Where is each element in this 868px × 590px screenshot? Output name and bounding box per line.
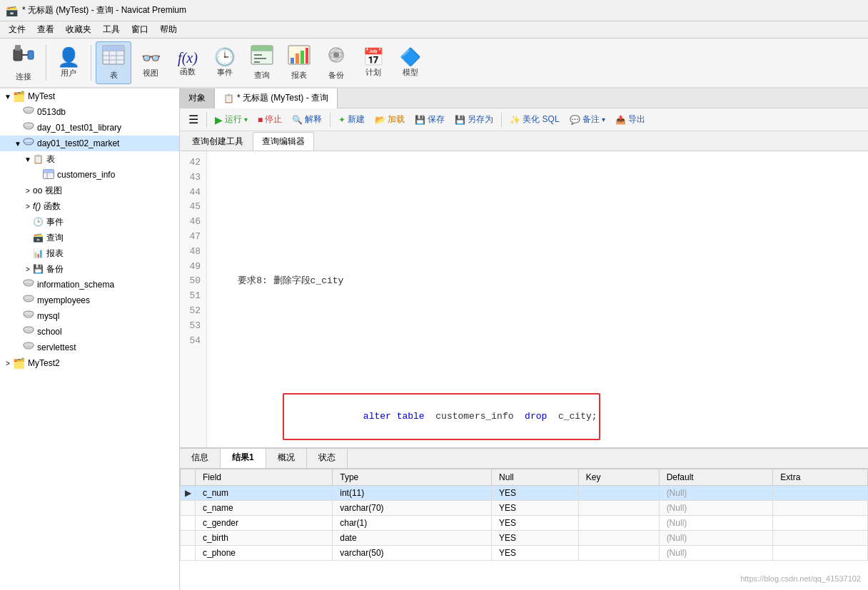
qt-export-btn[interactable]: 📤 导出 [611, 111, 650, 128]
menu-help[interactable]: 帮助 [154, 22, 183, 37]
cell-extra [773, 501, 868, 516]
code-editor[interactable]: 42 43 44 45 46 47 48 49 50 51 52 53 54 [180, 151, 868, 447]
sidebar-label: 函数 [44, 200, 61, 213]
menu-view[interactable]: 查看 [31, 22, 60, 37]
cell-type: char(1) [333, 516, 492, 531]
sub-tab-editor[interactable]: 查询编辑器 [253, 132, 314, 151]
sidebar-item-mysql[interactable]: mysql [0, 308, 179, 324]
cell-default: (Null) [659, 501, 773, 516]
table-row[interactable]: c_birth date YES (Null) [181, 531, 868, 546]
tab-query[interactable]: 📋 * 无标题 (MyTest) - 查询 [215, 88, 338, 108]
cell-key [578, 501, 659, 516]
qt-comment-btn[interactable]: 💬 备注 ▾ [565, 111, 610, 128]
tab-status[interactable]: 状态 [307, 449, 348, 468]
sidebar-item-backup-folder[interactable]: > 💾 备份 [0, 261, 179, 277]
row-arrow [181, 501, 196, 516]
sidebar-item-event-folder[interactable]: 🕒 事件 [0, 214, 179, 230]
toolbar-view-label: 视图 [143, 68, 158, 78]
menu-file[interactable]: 文件 [3, 22, 31, 37]
qt-load-btn[interactable]: 📂 加载 [370, 111, 409, 128]
menu-favorites[interactable]: 收藏夹 [60, 22, 97, 37]
tab-result1[interactable]: 结果1 [221, 449, 266, 468]
sidebar-item-customers-info[interactable]: customers_info [0, 167, 179, 183]
table-row[interactable]: c_phone varchar(50) YES (Null) [181, 546, 868, 561]
toolbar-view[interactable]: 👓 视图 [133, 45, 168, 81]
sidebar-label: servlettest [37, 342, 76, 352]
tab-info[interactable]: 信息 [180, 449, 221, 468]
model-icon: 🔷 [400, 49, 421, 66]
toolbar-event[interactable]: 🕒 事件 [207, 46, 243, 81]
sub-tab-create[interactable]: 查询创建工具 [183, 132, 253, 151]
row-arrow [181, 516, 196, 531]
right-panel: 对象 📋 * 无标题 (MyTest) - 查询 ☰ ▶ 运行 ▾ ■ 停止 [180, 88, 868, 590]
toolbar-user-label: 用户 [61, 68, 76, 78]
sidebar-label: myemployees [37, 295, 90, 305]
report-icon [288, 45, 311, 68]
backup-icon [325, 45, 348, 68]
title-bar: 🗃️ * 无标题 (MyTest) - 查询 - Navicat Premium [0, 0, 868, 21]
sidebar-item-library[interactable]: day_01_test01_library [0, 120, 179, 136]
main-toolbar: 连接 👤 用户 表 👓 视图 f(x) 函数 🕒 事件 [0, 39, 868, 88]
table-row[interactable]: c_name varchar(70) YES (Null) [181, 501, 868, 516]
sidebar-item-table-folder[interactable]: ▼ 📋 表 [0, 151, 179, 167]
sidebar-item-info-schema[interactable]: information_schema [0, 277, 179, 293]
tab-overview-label: 概况 [278, 452, 295, 462]
cell-extra [773, 516, 868, 531]
save-icon: 💾 [415, 115, 425, 125]
qt-explain-btn[interactable]: 🔍 解释 [288, 111, 326, 128]
sidebar-item-servlettest[interactable]: servlettest [0, 340, 179, 355]
tab-overview[interactable]: 概况 [266, 449, 307, 468]
query-icon [251, 45, 273, 68]
qt-run-btn[interactable]: ▶ 运行 ▾ [211, 111, 252, 128]
table-row[interactable]: ▶ c_num int(11) YES (Null) [181, 486, 868, 501]
sidebar-item-report-folder[interactable]: 📊 报表 [0, 245, 179, 261]
qt-beautify-btn[interactable]: ✨ 美化 SQL [505, 111, 563, 128]
svg-rect-2 [18, 45, 21, 51]
code-content[interactable]: 要求8: 删除字段c_city alter table customers_in… [207, 151, 868, 447]
app-icon: 🗃️ [6, 5, 18, 16]
tab-object[interactable]: 对象 [180, 88, 215, 108]
db-icon [23, 342, 34, 354]
sidebar-item-view-folder[interactable]: > oo 视图 [0, 183, 179, 198]
line-num: 47 [186, 230, 201, 245]
toolbar-connect[interactable]: 连接 [6, 41, 41, 85]
cell-default: (Null) [659, 486, 773, 501]
sidebar-item-myemployees[interactable]: myemployees [0, 293, 179, 308]
sidebar-item-school[interactable]: school [0, 324, 179, 340]
qt-new-btn[interactable]: ✦ 新建 [334, 111, 369, 128]
sidebar-item-market[interactable]: ▼ day01_test02_market [0, 136, 179, 151]
toolbar-sep-1 [46, 45, 46, 81]
qt-export-label: 导出 [628, 113, 645, 126]
toolbar-model[interactable]: 🔷 模型 [393, 46, 428, 81]
sidebar-item-func-folder[interactable]: > f() 函数 [0, 198, 179, 214]
sidebar-item-0513db[interactable]: 0513db [0, 104, 179, 120]
sidebar-item-query-folder[interactable]: 🗃️ 查询 [0, 230, 179, 245]
cell-extra [773, 531, 868, 546]
qt-save-btn[interactable]: 💾 保存 [410, 111, 449, 128]
cell-null: YES [492, 546, 579, 561]
cell-extra [773, 486, 868, 501]
sidebar-label: 0513db [37, 107, 66, 117]
toolbar-schedule[interactable]: 📅 计划 [355, 46, 391, 81]
sidebar-item-mytest2[interactable]: > 🗂️ MyTest2 [0, 355, 179, 371]
connect-icon [12, 44, 35, 70]
col-extra-header: Extra [773, 469, 868, 486]
menu-bar: 文件 查看 收藏夹 工具 窗口 帮助 [0, 21, 868, 39]
menu-tools[interactable]: 工具 [97, 22, 126, 37]
menu-window[interactable]: 窗口 [126, 22, 154, 37]
toolbar-report[interactable]: 报表 [281, 42, 317, 83]
qt-saveas-btn[interactable]: 💾 另存为 [450, 111, 498, 128]
table-row[interactable]: c_gender char(1) YES (Null) [181, 516, 868, 531]
qt-stop-btn[interactable]: ■ 停止 [253, 111, 286, 128]
toolbar-query[interactable]: 查询 [244, 42, 280, 83]
sidebar-item-mytest[interactable]: ▼ 🗂️ MyTest [0, 88, 179, 104]
toolbar-table[interactable]: 表 [96, 41, 131, 84]
event-icon: 🕒 [33, 217, 44, 227]
report-icon: 📊 [33, 248, 44, 258]
toolbar-backup[interactable]: 备份 [318, 42, 354, 83]
toolbar-user[interactable]: 👤 用户 [51, 45, 86, 81]
qt-menu-btn[interactable]: ☰ [184, 111, 203, 128]
export-icon: 📤 [615, 115, 626, 125]
toolbar-function[interactable]: f(x) 函数 [170, 46, 206, 80]
line-num: 44 [186, 185, 201, 200]
